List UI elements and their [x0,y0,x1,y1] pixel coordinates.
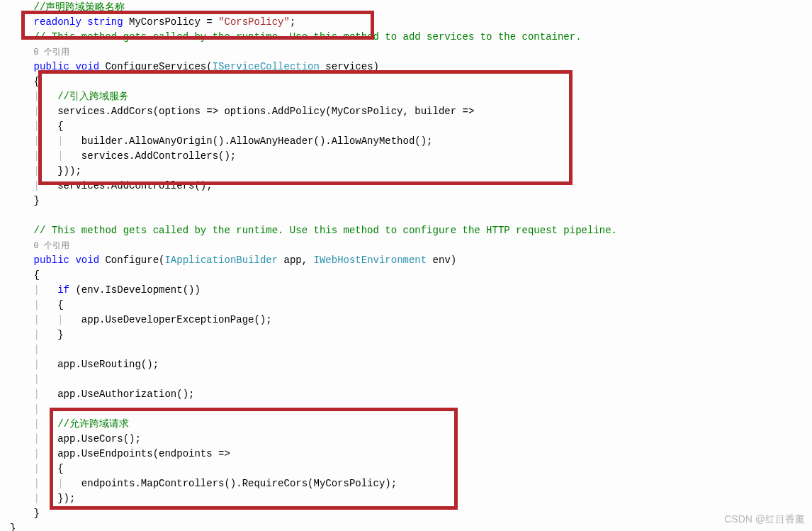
code-text: app.UseEndpoints(endpoints => [57,448,230,459]
keyword: string [87,16,123,28]
code-text: MyCorsPolicy = [123,16,218,28]
comment: //声明跨域策略名称 [34,1,125,13]
keyword: if [57,284,69,296]
code-text: ConfigureServices( [99,61,213,72]
code-text: app.UseRouting(); [57,359,159,370]
code-text: env) [427,255,456,266]
type: IServiceCollection [213,61,320,72]
code-text: services.AddControllers(); [81,150,236,162]
keyword: void [75,61,99,72]
brace: } [34,508,40,519]
type: IWebHostEnvironment [314,255,427,266]
brace: { [34,269,40,281]
brace: } [10,522,16,531]
string: "CorsPolicy" [218,16,290,28]
brace: } [57,329,63,340]
code-text: app.UseCors(); [57,433,141,445]
code-text: })); [57,165,81,177]
code-text: app, [278,255,313,266]
code-text: ; [290,16,295,28]
code-text: builder.AllowAnyOrigin().AllowAnyHeader(… [81,135,433,147]
code-text: endpoints.MapControllers().RequireCors(M… [81,478,397,489]
code-block: //声明跨域策略名称 readonly string MyCorsPolicy … [10,0,812,531]
keyword: public [34,61,69,72]
brace: { [57,299,63,311]
reference-count: 0 个引用 [34,241,69,251]
comment: // This method gets called by the runtim… [34,31,582,43]
comment: //引入跨域服务 [57,91,129,102]
brace: { [34,76,40,87]
code-text: app.UseDeveloperExceptionPage(); [81,314,272,325]
comment: //允许跨域请求 [57,418,129,430]
brace: { [57,121,63,132]
reference-count: 0 个引用 [34,47,69,57]
code-text: services.AddCors(options => options.AddP… [57,106,474,117]
comment: // This method gets called by the runtim… [34,225,617,236]
keyword: readonly [34,16,81,28]
code-text: (env.IsDevelopment()) [69,284,201,296]
code-text: Configure( [99,255,164,266]
keyword: public [34,255,69,266]
code-text: app.UseAuthorization(); [57,389,194,400]
code-text: services) [320,61,379,72]
watermark: CSDN @红目香薰 [724,512,805,527]
brace: { [57,463,63,474]
code-text: services.AddControllers(); [57,180,212,191]
code-viewer: //声明跨域策略名称 readonly string MyCorsPolicy … [0,0,812,531]
code-text: }); [57,493,75,504]
brace: } [34,195,40,206]
type: IApplicationBuilder [164,255,278,266]
keyword: void [75,255,99,266]
